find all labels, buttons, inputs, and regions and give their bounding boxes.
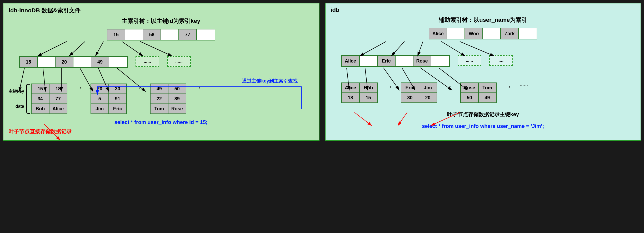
cell: Woo bbox=[465, 28, 483, 39]
right-leaf-row: AliceBob 1815 → EricJim 3020 → RoseTom 5… bbox=[331, 82, 636, 103]
right-tree-title: 辅助索引树：以user_name为索引 bbox=[331, 16, 636, 24]
cell-blank bbox=[197, 29, 215, 40]
right-sql: select * from user_info where user_name … bbox=[331, 123, 636, 129]
cell-blank bbox=[38, 57, 56, 67]
left-panel: idb-InnoDB 数据&索引文件 主索引树：以主键id为索引key 15 5… bbox=[3, 3, 319, 141]
svg-line-2 bbox=[96, 42, 103, 56]
svg-line-16 bbox=[460, 42, 494, 56]
left-level2-node: 15 20 49 bbox=[19, 56, 128, 68]
right-arrows bbox=[326, 3, 641, 140]
cell: Rose bbox=[413, 56, 431, 66]
blue-note-lookup: 通过主键key到主索引查找 bbox=[240, 78, 300, 84]
dashed-node: …… bbox=[489, 55, 513, 66]
arrow-right-icon: → bbox=[445, 82, 452, 103]
leaf-block-3: RoseTom 5049 bbox=[460, 82, 497, 103]
key-label: 主键key data bbox=[9, 84, 26, 114]
right-level2-row: Alice Eric Rose …… …… bbox=[331, 55, 636, 67]
pk-label: 主键key bbox=[9, 89, 24, 94]
right-level2-node: Alice Eric Rose bbox=[341, 55, 450, 67]
cell: 15 bbox=[20, 57, 38, 67]
left-tree-title: 主索引树：以主键id为索引key bbox=[9, 17, 313, 25]
svg-line-0 bbox=[38, 42, 67, 56]
right-root-node: Alice Woo Zark bbox=[429, 28, 537, 39]
svg-line-3 bbox=[122, 42, 143, 56]
cell-blank bbox=[360, 56, 378, 66]
arrow-right-icon: → bbox=[135, 84, 142, 114]
left-level2-row: 15 20 49 …… …… bbox=[9, 56, 313, 68]
cell: Eric bbox=[378, 56, 396, 66]
leaf-block-2: EricJim 3020 bbox=[401, 82, 437, 103]
leaf-block-1: AliceBob 1815 bbox=[341, 82, 378, 103]
left-red-note: 叶子节点直接存储数据记录 bbox=[9, 128, 313, 135]
leaf-block-1: 1518 3477 BobAlice bbox=[31, 84, 67, 114]
dashed-node: …… bbox=[458, 55, 481, 66]
cell-blank bbox=[73, 57, 91, 67]
dots: …… bbox=[520, 82, 528, 103]
cell: Alice bbox=[342, 56, 360, 66]
data-label: data bbox=[9, 104, 24, 109]
cell: Alice bbox=[429, 28, 447, 39]
cell-blank bbox=[431, 56, 449, 66]
cell-blank bbox=[161, 29, 179, 40]
dashed-node: …… bbox=[136, 56, 159, 67]
left-panel-title: idb-InnoDB 数据&索引文件 bbox=[9, 7, 313, 14]
svg-line-15 bbox=[441, 42, 465, 56]
arrow-right-icon: → bbox=[194, 84, 202, 114]
cell-blank bbox=[109, 57, 127, 67]
cell-blank bbox=[447, 28, 465, 39]
cell: 77 bbox=[179, 29, 197, 40]
svg-line-13 bbox=[391, 42, 405, 56]
left-leaf-area: 主键key data 1518 3477 BobAlice → 2030 591… bbox=[9, 84, 313, 114]
cell: 20 bbox=[56, 57, 73, 67]
arrow-right-icon: → bbox=[75, 84, 83, 114]
cell: 49 bbox=[91, 57, 109, 67]
cell: Zark bbox=[501, 28, 519, 39]
left-sql: select * from user_info where id = 15; bbox=[9, 119, 313, 125]
cell-blank bbox=[483, 28, 501, 39]
cell-blank bbox=[519, 28, 537, 39]
svg-line-4 bbox=[140, 42, 172, 56]
svg-line-12 bbox=[360, 42, 386, 56]
dashed-node: …… bbox=[167, 56, 191, 67]
bracket-icon bbox=[26, 84, 30, 114]
arrow-right-icon: → bbox=[505, 82, 512, 103]
right-note: 叶子节点存储数据记录主键key bbox=[331, 111, 636, 118]
left-root-row: 15 56 77 bbox=[9, 29, 313, 40]
left-leaf-row: 主键key data 1518 3477 BobAlice → 2030 591… bbox=[9, 84, 313, 114]
dots: …… bbox=[209, 84, 218, 114]
left-root-node: 15 56 77 bbox=[107, 29, 215, 40]
cell-blank bbox=[396, 56, 413, 66]
svg-line-1 bbox=[69, 42, 85, 56]
cell: 15 bbox=[107, 29, 125, 40]
arrow-right-icon: → bbox=[386, 82, 393, 103]
leaf-block-3: 4950 2289 TomRose bbox=[150, 84, 186, 114]
right-panel-title: idb bbox=[331, 7, 636, 13]
cell: 56 bbox=[143, 29, 161, 40]
cell-blank bbox=[125, 29, 143, 40]
svg-line-14 bbox=[418, 42, 423, 56]
right-panel: idb 辅助索引树：以user_name为索引 Alice Woo Zark A… bbox=[325, 3, 642, 141]
leaf-block-2: 2030 591 JimEric bbox=[91, 84, 127, 114]
right-root-row: Alice Woo Zark bbox=[331, 28, 636, 39]
